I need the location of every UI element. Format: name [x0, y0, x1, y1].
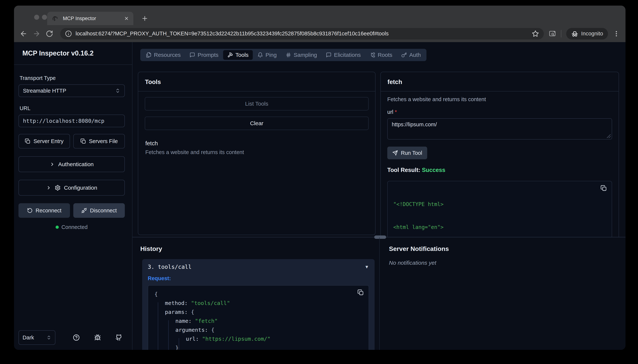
- tool-detail-description: Fetches a website and returns its conten…: [387, 96, 612, 102]
- json-line: }: [154, 343, 362, 350]
- tab-close-icon[interactable]: [124, 16, 129, 21]
- address-bar[interactable]: localhost:6274/?MCP_PROXY_AUTH_TOKEN=9e7…: [60, 28, 544, 40]
- theme-select[interactable]: Dark: [19, 330, 55, 345]
- toolbar-divider: [561, 30, 561, 38]
- tab-label: Sampling: [294, 52, 317, 58]
- authentication-label: Authentication: [58, 161, 94, 168]
- traffic-light-close[interactable]: [34, 15, 39, 20]
- site-info-icon[interactable]: [65, 30, 72, 37]
- history-entry-header[interactable]: 3. tools/call ▼: [148, 264, 369, 270]
- chevrons-up-down-icon: [47, 335, 51, 340]
- forward-button-icon[interactable]: [33, 30, 41, 38]
- mcp-inspector-app: MCP Inspector v0.16.2 Transport Type Str…: [14, 42, 625, 350]
- tab-label: Roots: [378, 52, 392, 58]
- history-panel: History 3. tools/call ▼ Request:: [132, 237, 380, 350]
- message-square-icon: [326, 52, 331, 58]
- tab-ping[interactable]: Ping: [253, 50, 281, 60]
- github-icon[interactable]: [115, 334, 122, 341]
- tools-panel-title: Tools: [138, 72, 375, 92]
- browser-menu-icon[interactable]: [613, 30, 620, 37]
- copy-result-icon[interactable]: [600, 185, 607, 191]
- run-tool-button[interactable]: Run Tool: [387, 146, 427, 159]
- theme-value: Dark: [23, 334, 47, 341]
- tab-roots[interactable]: Roots: [365, 50, 397, 60]
- tab-auth[interactable]: Auth: [397, 50, 425, 60]
- unplug-icon: [81, 208, 87, 213]
- hash-icon: [286, 52, 291, 58]
- tab-label: Auth: [409, 52, 421, 58]
- status-text: Connected: [61, 224, 88, 230]
- configuration-expander[interactable]: Configuration: [19, 180, 125, 196]
- tab-search-icon[interactable]: [549, 30, 556, 38]
- disconnect-button[interactable]: Disconnect: [73, 203, 125, 218]
- browser-tab[interactable]: MCP Inspector: [47, 12, 133, 25]
- help-icon[interactable]: [73, 334, 80, 341]
- app-title: MCP Inspector v0.16.2: [14, 42, 132, 65]
- bell-icon: [258, 52, 263, 58]
- list-tools-button[interactable]: List Tools: [145, 97, 369, 110]
- server-url-input[interactable]: http://localhost:8080/mcp: [19, 114, 125, 127]
- indent-guide: [179, 338, 179, 350]
- copy-request-icon[interactable]: [357, 289, 364, 296]
- new-tab-button[interactable]: [141, 15, 148, 22]
- tool-list-item[interactable]: fetch Fetches a website and returns its …: [145, 140, 369, 155]
- json-line: {: [154, 290, 362, 298]
- servers-file-label: Servers File: [89, 138, 118, 144]
- collapse-chevron-icon[interactable]: ▼: [364, 264, 369, 270]
- notifications-empty-text: No notifications yet: [389, 260, 625, 266]
- url-param-textarea[interactable]: https://lipsum.com/: [387, 118, 612, 140]
- reconnect-button[interactable]: Reconnect: [19, 203, 70, 218]
- json-line: name: "fetch": [154, 316, 362, 326]
- server-entry-button[interactable]: Server Entry: [19, 134, 70, 148]
- tab-label: Prompts: [197, 52, 219, 58]
- reload-button-icon[interactable]: [46, 30, 53, 38]
- tab-title: MCP Inspector: [63, 16, 124, 22]
- authentication-expander[interactable]: Authentication: [19, 156, 125, 172]
- servers-file-button[interactable]: Servers File: [73, 134, 125, 148]
- main-content: Resources Prompts Tools Ping Sampling: [132, 42, 625, 350]
- request-label: Request:: [148, 275, 369, 282]
- tools-list-panel: Tools List Tools Clear fetch Fetches a w…: [138, 72, 375, 235]
- transport-type-select[interactable]: Streamable HTTP: [19, 84, 125, 97]
- server-entry-label: Server Entry: [33, 138, 63, 144]
- folder-tree-icon: [370, 52, 375, 58]
- transport-type-value: Streamable HTTP: [23, 88, 115, 94]
- rotate-ccw-icon: [27, 208, 33, 213]
- tab-label: Elicitations: [334, 52, 361, 58]
- transport-type-label: Transport Type: [20, 75, 125, 81]
- json-line: params: {: [154, 308, 362, 316]
- tab-label: Resources: [154, 52, 180, 58]
- top-panels: Tools List Tools Clear fetch Fetches a w…: [132, 72, 625, 237]
- bookmark-star-icon[interactable]: [532, 30, 539, 37]
- hammer-icon: [228, 52, 233, 58]
- copy-icon: [80, 138, 86, 144]
- incognito-badge: Incognito: [566, 28, 608, 40]
- tool-name: fetch: [145, 140, 369, 147]
- tab-elicitations[interactable]: Elicitations: [322, 50, 365, 60]
- json-line: arguments: {: [154, 326, 362, 334]
- url-param-value: https://lipsum.com/: [392, 122, 437, 128]
- status-dot-icon: [56, 226, 59, 229]
- traffic-light-minimize[interactable]: [42, 15, 47, 20]
- bug-icon[interactable]: [94, 334, 101, 341]
- clear-tools-button[interactable]: Clear: [145, 116, 369, 130]
- bottom-panels: History 3. tools/call ▼ Request:: [132, 237, 625, 350]
- history-title: History: [140, 245, 379, 252]
- tab-sampling[interactable]: Sampling: [281, 50, 321, 60]
- configuration-label: Configuration: [64, 184, 97, 191]
- chevrons-up-down-icon: [115, 88, 120, 93]
- disconnect-label: Disconnect: [90, 208, 117, 214]
- sidebar: MCP Inspector v0.16.2 Transport Type Str…: [14, 42, 132, 350]
- json-line: url: "https://lipsum.com/": [154, 334, 362, 343]
- copy-icon: [25, 138, 30, 144]
- resize-handle-icon[interactable]: [607, 134, 610, 138]
- tab-prompts[interactable]: Prompts: [185, 50, 223, 60]
- mcp-logo-icon: [52, 15, 59, 22]
- tab-tools[interactable]: Tools: [223, 50, 253, 60]
- tab-resources[interactable]: Resources: [142, 50, 185, 60]
- connection-status: Connected: [19, 224, 125, 230]
- message-square-icon: [189, 52, 195, 58]
- back-button-icon[interactable]: [20, 30, 28, 38]
- reconnect-label: Reconnect: [36, 208, 62, 214]
- request-json-box: { method: "tools/call" params: { name: "…: [148, 285, 369, 350]
